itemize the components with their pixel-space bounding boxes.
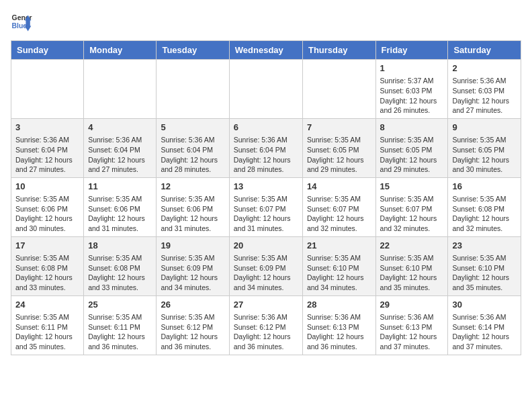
day-number: 17 [15,240,79,252]
day-info: Sunrise: 5:35 AM Sunset: 6:07 PM Dayligh… [234,194,298,234]
logo: General Blue [11,11,32,32]
calendar-cell: 10Sunrise: 5:35 AM Sunset: 6:06 PM Dayli… [11,177,84,236]
calendar-cell [84,60,157,119]
calendar-week-row: 10Sunrise: 5:35 AM Sunset: 6:06 PM Dayli… [11,177,521,236]
day-number: 13 [234,181,298,193]
day-number: 28 [307,299,371,311]
day-number: 1 [380,62,444,75]
day-number: 20 [234,240,298,252]
day-number: 5 [161,122,224,134]
calendar-cell: 6Sunrise: 5:36 AM Sunset: 6:04 PM Daylig… [229,118,302,177]
day-number: 3 [15,122,79,134]
calendar-week-row: 24Sunrise: 5:35 AM Sunset: 6:11 PM Dayli… [11,295,521,355]
day-header-sunday: Sunday [11,41,84,60]
calendar-cell: 20Sunrise: 5:35 AM Sunset: 6:09 PM Dayli… [229,236,302,295]
day-info: Sunrise: 5:35 AM Sunset: 6:12 PM Dayligh… [161,312,224,352]
day-info: Sunrise: 5:35 AM Sunset: 6:10 PM Dayligh… [452,253,517,293]
calendar-cell: 27Sunrise: 5:36 AM Sunset: 6:12 PM Dayli… [229,295,302,355]
day-info: Sunrise: 5:35 AM Sunset: 6:11 PM Dayligh… [15,312,79,352]
day-number: 9 [452,122,517,134]
day-info: Sunrise: 5:36 AM Sunset: 6:14 PM Dayligh… [452,312,517,352]
day-number: 2 [452,62,517,75]
day-header-saturday: Saturday [448,41,521,60]
calendar-cell: 28Sunrise: 5:36 AM Sunset: 6:13 PM Dayli… [302,295,375,355]
calendar-week-row: 3Sunrise: 5:36 AM Sunset: 6:04 PM Daylig… [11,118,521,177]
calendar-week-row: 17Sunrise: 5:35 AM Sunset: 6:08 PM Dayli… [11,236,521,295]
calendar-cell: 17Sunrise: 5:35 AM Sunset: 6:08 PM Dayli… [11,236,84,295]
day-info: Sunrise: 5:35 AM Sunset: 6:06 PM Dayligh… [161,194,224,234]
day-info: Sunrise: 5:35 AM Sunset: 6:06 PM Dayligh… [15,194,79,234]
day-number: 4 [88,122,152,134]
day-info: Sunrise: 5:35 AM Sunset: 6:06 PM Dayligh… [88,194,152,234]
day-header-tuesday: Tuesday [157,41,229,60]
day-number: 15 [380,181,444,193]
day-info: Sunrise: 5:35 AM Sunset: 6:09 PM Dayligh… [161,253,224,293]
day-number: 19 [161,240,224,252]
calendar-cell: 26Sunrise: 5:35 AM Sunset: 6:12 PM Dayli… [157,295,229,355]
day-info: Sunrise: 5:35 AM Sunset: 6:10 PM Dayligh… [380,253,444,293]
calendar-cell: 14Sunrise: 5:35 AM Sunset: 6:07 PM Dayli… [302,177,375,236]
day-number: 8 [380,122,444,134]
day-number: 26 [161,299,224,311]
day-info: Sunrise: 5:35 AM Sunset: 6:07 PM Dayligh… [307,194,371,234]
day-number: 25 [88,299,152,311]
day-info: Sunrise: 5:36 AM Sunset: 6:12 PM Dayligh… [234,312,298,352]
day-header-monday: Monday [84,41,157,60]
calendar-cell: 22Sunrise: 5:35 AM Sunset: 6:10 PM Dayli… [375,236,448,295]
day-info: Sunrise: 5:36 AM Sunset: 6:04 PM Dayligh… [161,135,224,175]
calendar-cell: 25Sunrise: 5:35 AM Sunset: 6:11 PM Dayli… [84,295,157,355]
day-info: Sunrise: 5:36 AM Sunset: 6:04 PM Dayligh… [15,135,79,175]
calendar-cell: 7Sunrise: 5:35 AM Sunset: 6:05 PM Daylig… [302,118,375,177]
day-number: 23 [452,240,517,252]
calendar-cell: 8Sunrise: 5:35 AM Sunset: 6:05 PM Daylig… [375,118,448,177]
day-info: Sunrise: 5:35 AM Sunset: 6:09 PM Dayligh… [234,253,298,293]
header: General Blue [11,11,521,32]
calendar-cell: 30Sunrise: 5:36 AM Sunset: 6:14 PM Dayli… [448,295,521,355]
calendar-cell: 12Sunrise: 5:35 AM Sunset: 6:06 PM Dayli… [157,177,229,236]
day-info: Sunrise: 5:35 AM Sunset: 6:10 PM Dayligh… [307,253,371,293]
day-info: Sunrise: 5:35 AM Sunset: 6:08 PM Dayligh… [452,194,517,234]
calendar-cell: 19Sunrise: 5:35 AM Sunset: 6:09 PM Dayli… [157,236,229,295]
calendar-cell: 1Sunrise: 5:37 AM Sunset: 6:03 PM Daylig… [375,60,448,119]
day-info: Sunrise: 5:36 AM Sunset: 6:13 PM Dayligh… [380,312,444,352]
calendar-cell: 16Sunrise: 5:35 AM Sunset: 6:08 PM Dayli… [448,177,521,236]
calendar-cell: 11Sunrise: 5:35 AM Sunset: 6:06 PM Dayli… [84,177,157,236]
day-info: Sunrise: 5:35 AM Sunset: 6:08 PM Dayligh… [88,253,152,293]
calendar-cell: 15Sunrise: 5:35 AM Sunset: 6:07 PM Dayli… [375,177,448,236]
day-info: Sunrise: 5:36 AM Sunset: 6:03 PM Dayligh… [452,76,517,116]
day-number: 18 [88,240,152,252]
day-header-thursday: Thursday [302,41,375,60]
calendar-cell: 23Sunrise: 5:35 AM Sunset: 6:10 PM Dayli… [448,236,521,295]
calendar-cell: 18Sunrise: 5:35 AM Sunset: 6:08 PM Dayli… [84,236,157,295]
calendar-cell: 5Sunrise: 5:36 AM Sunset: 6:04 PM Daylig… [157,118,229,177]
day-number: 24 [15,299,79,311]
day-info: Sunrise: 5:36 AM Sunset: 6:04 PM Dayligh… [234,135,298,175]
calendar-cell: 3Sunrise: 5:36 AM Sunset: 6:04 PM Daylig… [11,118,84,177]
day-number: 22 [380,240,444,252]
day-header-wednesday: Wednesday [229,41,302,60]
day-info: Sunrise: 5:37 AM Sunset: 6:03 PM Dayligh… [380,76,444,116]
calendar-cell: 9Sunrise: 5:35 AM Sunset: 6:05 PM Daylig… [448,118,521,177]
day-number: 27 [234,299,298,311]
calendar-cell [302,60,375,119]
day-number: 6 [234,122,298,134]
day-number: 29 [380,299,444,311]
svg-text:Blue: Blue [12,22,28,30]
calendar-cell [157,60,229,119]
day-number: 30 [452,299,517,311]
day-info: Sunrise: 5:36 AM Sunset: 6:13 PM Dayligh… [307,312,371,352]
calendar-cell: 29Sunrise: 5:36 AM Sunset: 6:13 PM Dayli… [375,295,448,355]
calendar-header-row: SundayMondayTuesdayWednesdayThursdayFrid… [11,41,521,60]
day-info: Sunrise: 5:35 AM Sunset: 6:05 PM Dayligh… [380,135,444,175]
calendar-cell [229,60,302,119]
day-number: 12 [161,181,224,193]
calendar-cell: 13Sunrise: 5:35 AM Sunset: 6:07 PM Dayli… [229,177,302,236]
day-info: Sunrise: 5:35 AM Sunset: 6:07 PM Dayligh… [380,194,444,234]
day-info: Sunrise: 5:35 AM Sunset: 6:11 PM Dayligh… [88,312,152,352]
calendar-cell: 21Sunrise: 5:35 AM Sunset: 6:10 PM Dayli… [302,236,375,295]
day-info: Sunrise: 5:36 AM Sunset: 6:04 PM Dayligh… [88,135,152,175]
calendar-cell: 4Sunrise: 5:36 AM Sunset: 6:04 PM Daylig… [84,118,157,177]
day-info: Sunrise: 5:35 AM Sunset: 6:05 PM Dayligh… [307,135,371,175]
logo-icon: General Blue [11,11,32,32]
day-number: 21 [307,240,371,252]
